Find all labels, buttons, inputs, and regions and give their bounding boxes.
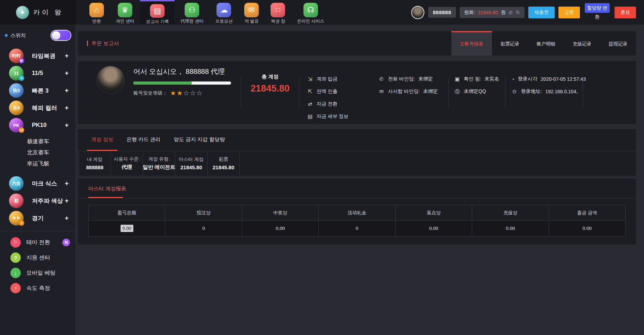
highlighted-value: 0.00 bbox=[121, 225, 133, 232]
download-icon: ↓ bbox=[10, 268, 21, 278]
tab-main-account-report[interactable]: 主帐号报表 bbox=[451, 31, 492, 55]
section-divider bbox=[78, 198, 636, 198]
sidebar-item-pk10[interactable]: PK10 PK10 + bbox=[0, 117, 76, 134]
mailbox-binding-row: ✉ 사서함 바인딩: 未绑定 bbox=[378, 85, 448, 98]
star-icon: ★ bbox=[177, 89, 183, 97]
nav-item-lottery-hall[interactable]: ∷ 복권 장 bbox=[265, 0, 291, 25]
table-cell: 0.00 bbox=[242, 221, 319, 236]
quota-transfer-button[interactable]: 할당량 변 환 bbox=[584, 3, 611, 20]
sidebar-item-label: 지원 센터 bbox=[26, 254, 50, 261]
sidebar-subitem-speed-racing[interactable]: 极速赛车 bbox=[0, 136, 76, 147]
exchange-button[interactable]: 교환 bbox=[558, 7, 580, 18]
cell-label: 내 계정 bbox=[87, 156, 102, 163]
sidebar-item-low-freq-color[interactable]: 彩 저주파 색상 + bbox=[0, 192, 76, 209]
cell-value: 21845.80 bbox=[180, 164, 202, 170]
cell-value: 일반 에이전트 bbox=[143, 164, 175, 171]
table-cell: 0.00 bbox=[549, 221, 625, 236]
tab-lottery-records[interactable]: 彩票记录 bbox=[492, 31, 528, 55]
nav-item-report-history[interactable]: ▤ 보고서 기록 bbox=[140, 0, 175, 25]
fund-transfer-link[interactable]: ⇄ 자금 전환 bbox=[307, 98, 372, 110]
user-bar: 888888 원화: 21845.80 원 ⊘ ↻ 재충전 교환 할당량 변 환… bbox=[411, 0, 644, 25]
binding-value: 未绑定 bbox=[423, 88, 438, 95]
logout-button[interactable]: 종료 bbox=[615, 7, 636, 18]
document-icon: ▤ bbox=[307, 113, 313, 120]
sidebar-item-mark-six[interactable]: 六合 마크 식스 + bbox=[0, 175, 76, 192]
nav-label: 복권 장 bbox=[271, 18, 285, 24]
cell-label: 계정 유형: bbox=[148, 156, 170, 162]
expand-plus-icon[interactable]: + bbox=[65, 104, 69, 112]
expand-plus-icon[interactable]: + bbox=[65, 214, 69, 222]
security-level-label: 账号安全等级： bbox=[133, 90, 167, 96]
profile-avatar[interactable] bbox=[97, 66, 124, 94]
sidebar-item-speed-test[interactable]: ⚡ 속도 측정 bbox=[0, 281, 76, 296]
sidebar-item-support-center[interactable]: ? 지원 센터 bbox=[0, 250, 76, 265]
tab-recharge-records[interactable]: 充值记录 bbox=[564, 31, 600, 55]
sidebar-item-mobile-betting[interactable]: ↓ 모바일 베팅 bbox=[0, 265, 76, 281]
sidebar-subitem-beijing-racing[interactable]: 北京赛车 bbox=[0, 147, 76, 158]
phone-icon: ✆ bbox=[378, 76, 385, 82]
pk10-submenu: 极速赛车 北京赛车 幸运飞艇 bbox=[0, 134, 76, 170]
nav-item-promotion[interactable]: ☁ 프로모션 bbox=[209, 0, 238, 25]
nav-item-online-service[interactable]: ☊ 온라인 서비스 bbox=[291, 0, 330, 25]
sidebar-item-label: PK10 bbox=[32, 122, 47, 129]
recharge-button[interactable]: 재충전 bbox=[528, 7, 555, 18]
nav-item-announcement[interactable]: ✉ 역 발표 bbox=[238, 0, 265, 25]
page-header-card: 주문 보고서 主帐号报表 彩票记录 账户明细 充值记录 提现记录 bbox=[78, 31, 636, 55]
sidebar-item-fast-3[interactable]: 快3 빠른 3 + bbox=[0, 82, 76, 99]
sidebar-item-theme-switch[interactable]: ⚐ 테마 전환 N bbox=[0, 235, 76, 250]
user-avatar[interactable] bbox=[411, 6, 424, 19]
withdraw-link[interactable]: ⇱ 잔액 인출 bbox=[307, 85, 372, 98]
cell-master-account: 마스터 계정 21845.80 bbox=[175, 151, 208, 175]
sidebar-item-label: 빠른 3 bbox=[32, 87, 48, 95]
clock-icon: ◔ bbox=[511, 76, 514, 82]
total-account-value: 21845.80 bbox=[241, 83, 299, 94]
quota-button-line2: 환 bbox=[584, 14, 611, 20]
column-header: 출금 금액 bbox=[549, 205, 625, 221]
tab-no-transfer-wallet-quota[interactable]: 양도 금지 지갑 할당량 bbox=[170, 129, 229, 151]
eye-off-icon[interactable]: ⊘ bbox=[509, 9, 513, 16]
security-progress-fill bbox=[133, 81, 192, 85]
sidebar-item-match[interactable]: ⚑⚑3 경기 + bbox=[0, 209, 76, 227]
sidebar-toggle[interactable] bbox=[51, 31, 71, 40]
refresh-icon[interactable]: ↻ bbox=[515, 9, 520, 16]
sidebar-item-11-5[interactable]: 115 11/5 + bbox=[0, 65, 76, 82]
fund-details-link[interactable]: ▤ 자금 세부 정보 bbox=[307, 110, 372, 123]
profile-card: 어서 오십시오， 888888 代理 账号安全等级： ★★☆☆☆ 총 계정 21… bbox=[78, 61, 636, 124]
sidebar-item-label: 경기 bbox=[32, 214, 44, 222]
wallet-box: 원화: 21845.80 원 ⊘ ↻ bbox=[460, 7, 524, 18]
expand-plus-icon[interactable]: + bbox=[65, 69, 69, 77]
star-icon: ☆ bbox=[196, 89, 203, 97]
expand-plus-icon[interactable]: + bbox=[65, 87, 69, 94]
binding-label: 사서함 바인딩: bbox=[388, 88, 420, 95]
star-icon: ☆ bbox=[190, 89, 196, 97]
binding-value: 未绑定 bbox=[418, 76, 433, 82]
question-icon: ? bbox=[10, 252, 21, 263]
expand-plus-icon[interactable]: + bbox=[65, 52, 69, 60]
currency-unit: 원 bbox=[501, 9, 506, 16]
fast-3-icon: 快3 bbox=[9, 83, 24, 98]
quota-button-line1: 할당량 변 bbox=[585, 3, 610, 13]
nav-label: 프로모션 bbox=[215, 18, 232, 24]
tab-bank-card-management[interactable]: 은행 카드 관리 bbox=[122, 129, 165, 151]
tab-account-details[interactable]: 账户明细 bbox=[528, 31, 564, 55]
sidebar-item-time-lottery[interactable]: 时时彩 타임복권 + bbox=[0, 47, 76, 65]
sidebar-subitem-lucky-airship[interactable]: 幸运飞艇 bbox=[0, 158, 76, 169]
link-label: 잔액 인출 bbox=[317, 88, 337, 95]
expand-plus-icon[interactable]: + bbox=[65, 197, 69, 205]
nav-item-agent-center[interactable]: ⚇ 代理점 센터 bbox=[175, 0, 209, 25]
tab-withdraw-records[interactable]: 提现记录 bbox=[600, 31, 636, 55]
nav-item-home[interactable]: ⌂ 반환 bbox=[83, 0, 110, 25]
sidebar-item-happy-color[interactable]: 乐8 해피 컬러 + bbox=[0, 99, 76, 117]
deposit-link[interactable]: ⇲ 계좌 입금 bbox=[307, 73, 372, 85]
nav-item-personal-center[interactable]: ♛ 개인 센터 bbox=[110, 0, 140, 25]
icon-badge: 10 bbox=[19, 127, 24, 133]
sidebar-item-label: 마크 식스 bbox=[32, 180, 57, 188]
expand-plus-icon[interactable]: + bbox=[65, 180, 69, 187]
time-lottery-icon: 时时彩 bbox=[9, 49, 24, 63]
table-cell: 0 bbox=[165, 221, 242, 236]
column-header: 充值양 bbox=[472, 205, 549, 221]
tab-account-info[interactable]: 계정 정보 bbox=[87, 129, 117, 151]
expand-plus-icon[interactable]: + bbox=[65, 121, 69, 129]
table-cell: 0.00 bbox=[472, 221, 549, 236]
sidebar-item-label: 해피 컬러 bbox=[32, 104, 57, 112]
